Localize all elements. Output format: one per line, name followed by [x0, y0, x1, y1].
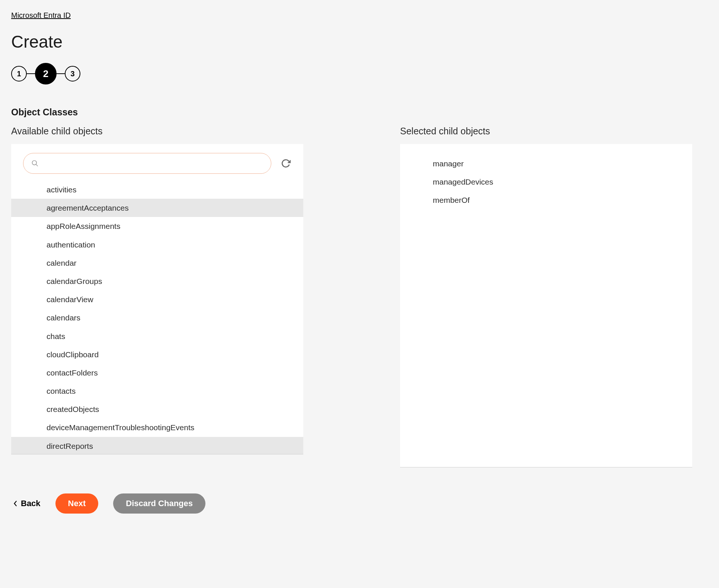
selected-item[interactable]: memberOf: [400, 191, 692, 209]
step-1[interactable]: 1: [11, 66, 27, 82]
available-item[interactable]: chats: [11, 327, 303, 345]
search-input[interactable]: [23, 153, 271, 174]
step-2[interactable]: 2: [35, 63, 57, 84]
available-panel: activitiesagreementAcceptancesappRoleAss…: [11, 144, 303, 454]
step-line: [27, 73, 35, 74]
selected-panel: managermanagedDevicesmemberOf: [400, 144, 692, 467]
available-item[interactable]: deviceManagementTroubleshootingEvents: [11, 418, 303, 437]
available-header: Available child objects: [11, 126, 303, 137]
available-item[interactable]: contactFolders: [11, 364, 303, 382]
step-3[interactable]: 3: [65, 66, 80, 82]
available-item[interactable]: createdObjects: [11, 400, 303, 418]
available-item[interactable]: calendars: [11, 309, 303, 327]
next-button[interactable]: Next: [55, 493, 99, 514]
stepper: 1 2 3: [11, 63, 708, 84]
discard-button[interactable]: Discard Changes: [113, 493, 205, 514]
refresh-icon: [281, 159, 291, 168]
section-title: Object Classes: [11, 107, 708, 118]
available-item[interactable]: contacts: [11, 382, 303, 400]
available-item[interactable]: agreementAcceptances: [11, 199, 303, 217]
selected-list[interactable]: managermanagedDevicesmemberOf: [400, 154, 692, 467]
breadcrumb-link[interactable]: Microsoft Entra ID: [11, 11, 71, 20]
step-line: [57, 73, 65, 74]
chevron-left-icon: [13, 501, 18, 506]
available-item[interactable]: appRoleAssignments: [11, 217, 303, 235]
available-item[interactable]: directReports: [11, 437, 303, 454]
available-item[interactable]: activities: [11, 180, 303, 199]
available-item[interactable]: authentication: [11, 236, 303, 254]
refresh-button[interactable]: [279, 156, 293, 170]
back-label: Back: [21, 499, 41, 508]
available-item[interactable]: cloudClipboard: [11, 345, 303, 364]
selected-item[interactable]: manager: [400, 154, 692, 173]
selected-item[interactable]: managedDevices: [400, 173, 692, 191]
available-list[interactable]: activitiesagreementAcceptancesappRoleAss…: [11, 180, 303, 454]
selected-header: Selected child objects: [400, 126, 692, 137]
page-title: Create: [11, 32, 708, 52]
available-item[interactable]: calendar: [11, 254, 303, 272]
available-item[interactable]: calendarGroups: [11, 272, 303, 290]
back-button[interactable]: Back: [13, 499, 41, 508]
available-item[interactable]: calendarView: [11, 290, 303, 309]
